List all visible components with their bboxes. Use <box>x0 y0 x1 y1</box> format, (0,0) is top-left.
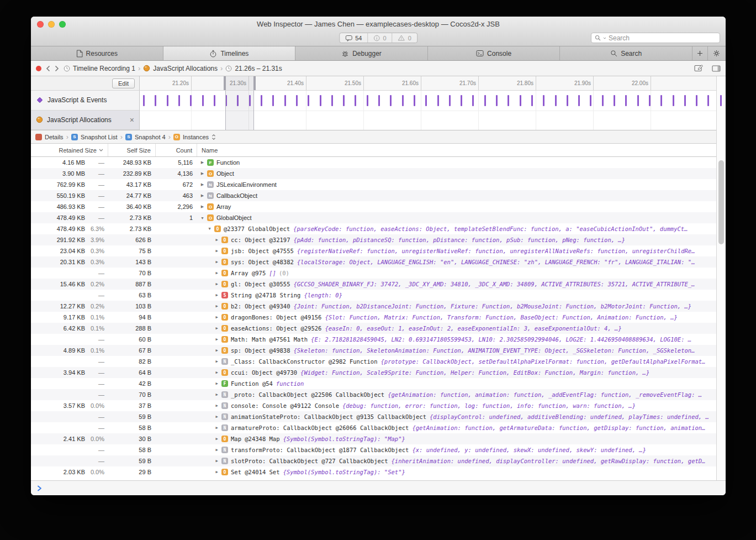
disclosure-closed-icon[interactable]: ▶ <box>199 193 205 198</box>
column-header-count[interactable]: Count <box>156 144 197 156</box>
console-messages-badge[interactable]: 54 <box>340 33 367 43</box>
tab-resources[interactable]: Resources <box>31 46 163 60</box>
table-row[interactable]: 23.04 KB0.3%75 B▶Ojsb: Object @47555{reg… <box>31 245 726 256</box>
column-header-self-size[interactable]: Self Size <box>108 144 156 156</box>
timeline-track-javascript-events[interactable]: JavaScript & Events <box>31 91 139 111</box>
table-row[interactable]: 550.19 KB—24.77 KB463▶NCallbackObject <box>31 190 726 201</box>
table-row[interactable]: 3.90 MB—232.89 KB4,136▶OObject <box>31 168 726 179</box>
toggle-right-sidebar-icon[interactable] <box>712 65 721 72</box>
selection-start-handle[interactable] <box>224 76 226 90</box>
disclosure-closed-icon[interactable]: ▶ <box>214 415 220 419</box>
tab-search[interactable]: Search <box>560 46 692 60</box>
selection-range[interactable] <box>225 76 254 90</box>
column-header-name[interactable]: Name <box>197 144 726 156</box>
disclosure-closed-icon[interactable]: ▶ <box>214 448 220 452</box>
selection-end-handle[interactable] <box>253 76 256 90</box>
disclosure-closed-icon[interactable]: ▶ <box>214 392 220 397</box>
close-window-button[interactable] <box>37 21 44 28</box>
table-row[interactable]: —59 B▶NanimationStateProto: CallbackObje… <box>31 411 726 422</box>
quick-console-bar[interactable] <box>31 480 726 495</box>
disclosure-closed-icon[interactable]: ▶ <box>214 238 220 242</box>
table-row[interactable]: —58 B▶NtransformProto: CallbackObject @1… <box>31 444 726 455</box>
disclosure-open-icon[interactable]: ▼ <box>207 227 213 231</box>
table-row[interactable]: 2.41 KB0.0%30 B▶OMap @24348 Map{Symbol(S… <box>31 433 726 444</box>
breadcrumb-javascript-allocations[interactable]: JavaScript Allocations <box>143 65 218 72</box>
table-row[interactable]: 6.42 KB0.1%288 B▶OeaseActions: Object @2… <box>31 323 726 334</box>
table-row[interactable]: 486.93 KB—36.40 KB2,296▶OArray <box>31 201 726 212</box>
close-track-button[interactable]: × <box>130 116 134 124</box>
new-tab-button[interactable] <box>692 46 708 60</box>
table-row[interactable]: 2.03 KB0.0%29 B▶OSet @24014 Set{Symbol(S… <box>31 466 726 478</box>
table-row[interactable]: 3.94 KB—64 B▶Occui: Object @49730{Widget… <box>31 367 726 378</box>
scrollbar-thumb[interactable] <box>718 160 724 244</box>
selection-range[interactable] <box>225 91 254 130</box>
disclosure-closed-icon[interactable]: ▶ <box>199 171 205 176</box>
tab-timelines[interactable]: Timelines <box>163 46 296 60</box>
disclosure-closed-icon[interactable]: ▶ <box>214 282 220 286</box>
tab-console[interactable]: Console <box>428 46 561 60</box>
minimize-window-button[interactable] <box>48 21 55 28</box>
forward-button[interactable] <box>55 65 59 72</box>
table-row[interactable]: —59 B▶NslotProto: CallbackObject @727 Ca… <box>31 455 726 466</box>
pencil-square-icon[interactable] <box>694 65 704 72</box>
disclosure-closed-icon[interactable]: ▶ <box>199 160 205 165</box>
table-row[interactable]: —70 B▶OArray @975[](0) <box>31 268 726 279</box>
table-row[interactable]: —63 B▶SString @24718 String{length: 0} <box>31 290 726 301</box>
table-row[interactable]: 15.46 KB0.2%887 B▶Ogl: Object @30555{GCC… <box>31 279 726 290</box>
zoom-window-button[interactable] <box>59 21 66 28</box>
column-header-retained-size[interactable]: Retained Size <box>31 144 108 156</box>
disclosure-closed-icon[interactable]: ▶ <box>214 426 220 430</box>
table-row[interactable]: 478.49 KB—2.73 KB1▼OGlobalObject <box>31 212 726 223</box>
table-row[interactable]: 9.17 KB0.1%94 B▶OdragonBones: Object @49… <box>31 312 726 323</box>
content-crumb-snapshot-4[interactable]: SSnapshot 4 <box>125 134 166 140</box>
disclosure-closed-icon[interactable]: ▶ <box>199 205 205 209</box>
table-row[interactable]: 3.57 KB0.0%37 B▶Nconsole: Console @49122… <box>31 400 726 411</box>
breadcrumb-timeline-recording-1[interactable]: Timeline Recording 1 <box>64 65 135 72</box>
table-row[interactable]: —60 B▶OMath: Math @47561 Math{E: 2.71828… <box>31 334 726 345</box>
disclosure-closed-icon[interactable]: ▶ <box>214 293 220 297</box>
disclosure-closed-icon[interactable]: ▶ <box>214 260 220 264</box>
disclosure-closed-icon[interactable]: ▶ <box>214 437 220 441</box>
content-crumb-instances[interactable]: OInstances <box>173 134 216 140</box>
disclosure-closed-icon[interactable]: ▶ <box>214 403 220 408</box>
table-row[interactable]: 291.92 KB3.9%626 B▶Occ: Object @32197{pA… <box>31 234 726 245</box>
table-row[interactable]: 762.99 KB—43.17 KB672▶NJSLexicalEnvironm… <box>31 179 726 190</box>
table-row[interactable]: 20.31 KB0.3%143 B▶Osys: Object @48382{lo… <box>31 256 726 268</box>
table-row[interactable]: —70 B▶N_proto: CallbackObject @22506 Cal… <box>31 389 726 400</box>
disclosure-closed-icon[interactable]: ▶ <box>214 348 220 353</box>
table-row[interactable]: —58 B▶NarmatureProto: CallbackObject @26… <box>31 422 726 433</box>
table-row[interactable]: 12.27 KB0.2%103 B▶Ob2: Object @49340{Joi… <box>31 301 726 312</box>
tab-debugger[interactable]: Debugger <box>295 46 428 60</box>
ruler-scale[interactable]: 21.20s21.30s21.40s21.50s21.60s21.70s21.8… <box>140 76 726 90</box>
disclosure-closed-icon[interactable]: ▶ <box>214 326 220 331</box>
back-button[interactable] <box>46 65 50 72</box>
table-row[interactable]: 4.89 KB0.1%67 B▶Osp: Object @49838{Skele… <box>31 345 726 356</box>
table-row[interactable]: 478.49 KB6.3%2.73 KB▼O@23377 GlobalObjec… <box>31 223 726 234</box>
settings-button[interactable] <box>708 46 726 60</box>
disclosure-open-icon[interactable]: ▼ <box>199 216 205 220</box>
disclosure-closed-icon[interactable]: ▶ <box>214 381 220 386</box>
edit-instruments-button[interactable]: Edit <box>112 78 135 88</box>
disclosure-closed-icon[interactable]: ▶ <box>214 470 220 474</box>
disclosure-closed-icon[interactable]: ▶ <box>214 337 220 342</box>
content-crumb-snapshot-list[interactable]: SSnapshot List <box>71 134 118 140</box>
info-badge[interactable]: 0 <box>368 33 392 43</box>
warning-badge[interactable]: 0 <box>392 33 417 43</box>
content-crumb-details[interactable]: Details <box>35 134 64 140</box>
disclosure-closed-icon[interactable]: ▶ <box>214 315 220 319</box>
record-button[interactable] <box>36 66 41 71</box>
table-row[interactable]: —42 B▶FFunction @54function <box>31 378 726 389</box>
disclosure-closed-icon[interactable]: ▶ <box>214 271 220 275</box>
disclosure-closed-icon[interactable]: ▶ <box>214 459 220 463</box>
disclosure-closed-icon[interactable]: ▶ <box>214 304 220 308</box>
disclosure-closed-icon[interactable]: ▶ <box>214 370 220 375</box>
breadcrumb-21-26s-21-31s[interactable]: 21.26s – 21.31s <box>225 65 282 72</box>
toolbar-search-field[interactable]: Search <box>591 33 720 43</box>
timeline-graph[interactable] <box>140 91 726 130</box>
table-row[interactable]: 4.16 MB—248.93 KB5,116▶FFunction <box>31 157 726 168</box>
disclosure-closed-icon[interactable]: ▶ <box>214 249 220 253</box>
table-row[interactable]: —82 B▶N_Class: CallbackConstructor @2982… <box>31 356 726 367</box>
disclosure-closed-icon[interactable]: ▶ <box>199 182 205 187</box>
disclosure-closed-icon[interactable]: ▶ <box>214 359 220 364</box>
timeline-track-javascript-allocations[interactable]: JavaScript Allocations× <box>31 111 139 130</box>
